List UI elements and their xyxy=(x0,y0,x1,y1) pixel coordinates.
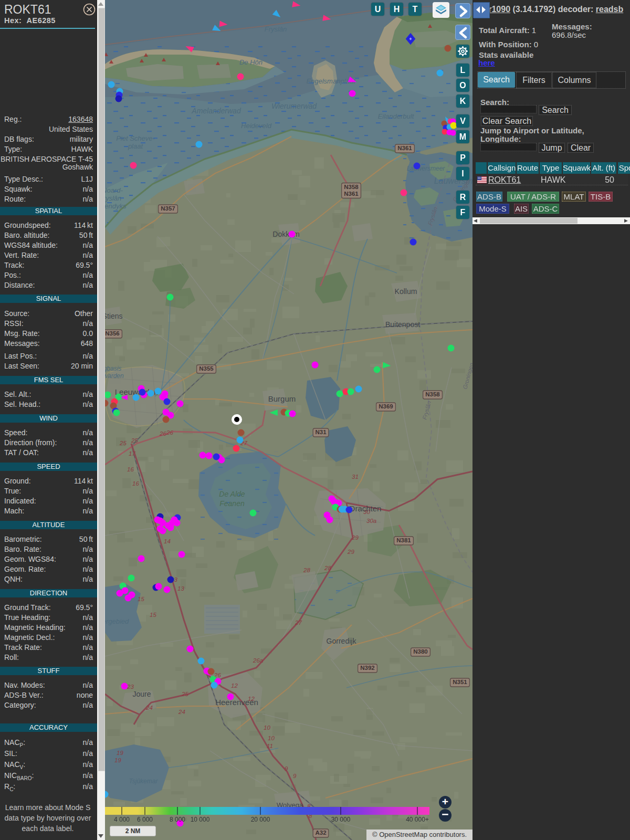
svg-text:31: 31 xyxy=(352,474,359,480)
svg-text:27: 27 xyxy=(295,620,302,626)
svg-text:ergebied: ergebied xyxy=(105,617,129,625)
svg-text:15: 15 xyxy=(138,596,144,602)
svg-text:plaat: plaat xyxy=(128,142,144,150)
svg-text:28: 28 xyxy=(303,567,310,573)
svg-text:Joure: Joure xyxy=(132,690,151,698)
svg-text:26: 26 xyxy=(159,430,166,437)
svg-text:9: 9 xyxy=(285,765,288,772)
svg-text:Noard-: Noard- xyxy=(105,186,123,194)
svg-text:Fryslân: Fryslân xyxy=(105,194,121,202)
svg-text:10: 10 xyxy=(268,735,275,741)
svg-text:11: 11 xyxy=(267,743,273,749)
svg-text:Amelanderwad: Amelanderwad xyxy=(191,107,242,115)
svg-text:N356: N356 xyxy=(105,330,120,337)
svg-text:Feanen: Feanen xyxy=(219,499,245,508)
svg-text:26a: 26a xyxy=(253,657,263,664)
svg-text:A32: A32 xyxy=(315,830,326,836)
svg-text:30a: 30a xyxy=(366,518,376,524)
svg-text:28: 28 xyxy=(324,565,331,571)
svg-text:N361: N361 xyxy=(344,191,359,197)
svg-text:14: 14 xyxy=(164,538,171,544)
svg-text:tendyks: tendyks xyxy=(105,202,127,210)
svg-text:Dokkum: Dokkum xyxy=(272,230,299,238)
svg-text:25: 25 xyxy=(119,440,127,446)
svg-text:Fryslân: Fryslân xyxy=(265,25,287,33)
svg-text:N361: N361 xyxy=(397,145,412,151)
svg-text:N381: N381 xyxy=(396,537,411,543)
svg-text:16: 16 xyxy=(132,480,139,487)
svg-text:Gorredijk: Gorredijk xyxy=(327,637,357,645)
svg-text:Burgum: Burgum xyxy=(268,394,296,403)
svg-text:25: 25 xyxy=(131,437,138,444)
svg-text:N358: N358 xyxy=(425,391,440,397)
svg-text:29: 29 xyxy=(347,549,354,555)
svg-text:De Hôn: De Hôn xyxy=(239,58,262,66)
svg-text:13: 13 xyxy=(177,585,184,592)
svg-text:Drachten: Drachten xyxy=(350,504,382,513)
svg-text:N380: N380 xyxy=(413,648,428,655)
svg-text:Buitenpost: Buitenpost xyxy=(385,320,420,329)
svg-text:N31: N31 xyxy=(315,429,327,435)
svg-text:Lauwersmeer: Lauwersmeer xyxy=(407,165,446,172)
svg-text:N355: N355 xyxy=(199,365,214,372)
svg-text:Eilanderbult: Eilanderbult xyxy=(378,112,415,120)
svg-text:N351: N351 xyxy=(453,679,467,685)
svg-text:warden: warden xyxy=(105,372,124,380)
svg-text:N369: N369 xyxy=(379,403,393,410)
svg-text:Tsjûkemar: Tsjûkemar xyxy=(129,778,159,785)
svg-text:Kollum: Kollum xyxy=(395,287,417,296)
svg-text:gbasis: gbasis xyxy=(105,365,121,372)
svg-text:19: 19 xyxy=(114,757,121,763)
svg-text:De Alde: De Alde xyxy=(219,490,245,498)
svg-text:Wierumerwad: Wierumerwad xyxy=(271,102,317,110)
svg-text:15: 15 xyxy=(150,612,156,618)
svg-text:N392: N392 xyxy=(360,665,375,671)
svg-text:24: 24 xyxy=(145,705,153,711)
svg-text:26: 26 xyxy=(166,429,173,436)
svg-text:25: 25 xyxy=(181,691,188,697)
svg-text:N357: N357 xyxy=(161,205,175,212)
svg-text:16: 16 xyxy=(127,466,134,472)
svg-text:10: 10 xyxy=(264,724,270,731)
svg-text:Piet Scheve-: Piet Scheve- xyxy=(116,134,155,142)
svg-text:29: 29 xyxy=(351,534,359,541)
svg-text:24: 24 xyxy=(178,709,185,715)
svg-text:17: 17 xyxy=(129,450,135,457)
svg-text:9: 9 xyxy=(293,773,297,779)
svg-text:Stiens: Stiens xyxy=(105,312,122,320)
svg-text:Heerenveen: Heerenveen xyxy=(215,698,258,707)
svg-text:19: 19 xyxy=(117,750,123,756)
svg-text:N358: N358 xyxy=(344,184,359,190)
svg-text:12: 12 xyxy=(231,682,238,689)
svg-text:Heideveld: Heideveld xyxy=(241,122,272,130)
